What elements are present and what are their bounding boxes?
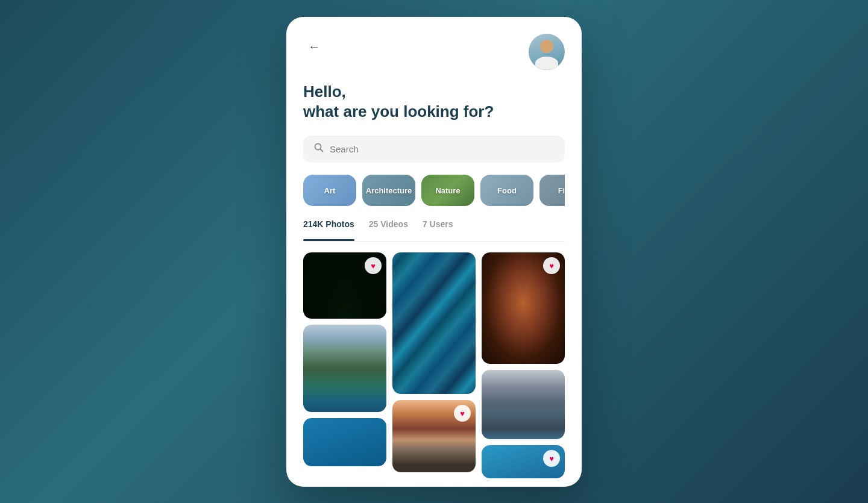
avatar-image	[529, 34, 565, 70]
greeting-section: Hello, what are you looking for?	[303, 82, 565, 123]
search-icon	[314, 143, 324, 155]
heart-button-rocks[interactable]: ♥	[454, 405, 471, 422]
category-chip-architecture[interactable]: Architecture	[362, 175, 415, 206]
photo-col-3: ♥ ♥	[482, 252, 565, 478]
search-input[interactable]	[330, 144, 554, 154]
photo-col-1: ♥	[303, 252, 386, 478]
photo-mushroom[interactable]: ♥	[482, 252, 565, 364]
category-label-nature: Nature	[435, 186, 460, 195]
photo-water-col3[interactable]: ♥	[482, 445, 565, 478]
heart-button-water[interactable]: ♥	[543, 450, 560, 467]
photo-forest[interactable]: ♥	[303, 252, 386, 319]
back-icon: ←	[308, 40, 320, 54]
category-label-art: Art	[324, 186, 336, 195]
tab-users[interactable]: 7 Users	[423, 219, 453, 235]
heart-button-forest[interactable]: ♥	[365, 257, 382, 274]
photo-mountain[interactable]	[303, 325, 386, 412]
tab-photos[interactable]: 214K Photos	[303, 219, 354, 235]
heart-button-mushroom[interactable]: ♥	[543, 257, 560, 274]
photo-ocean[interactable]	[392, 252, 476, 394]
category-label-food: Food	[497, 186, 517, 195]
photo-col-2: ♥	[392, 252, 476, 478]
main-card: ← Hello, what are you looking for? Art	[286, 17, 582, 487]
header: ←	[303, 34, 565, 70]
categories-row: Art Architecture Nature Food Film	[303, 175, 565, 206]
photo-water-col1[interactable]	[303, 418, 386, 466]
category-label-film: Film	[558, 186, 565, 195]
category-chip-food[interactable]: Food	[480, 175, 533, 206]
avatar[interactable]	[529, 34, 565, 70]
photo-rocks[interactable]: ♥	[392, 400, 476, 472]
category-label-architecture: Architecture	[366, 186, 412, 195]
back-button[interactable]: ←	[303, 36, 325, 58]
category-chip-nature[interactable]: Nature	[421, 175, 474, 206]
photo-grid: ♥ ♥ ♥ ♥	[303, 252, 565, 478]
tabs-row: 214K Photos 25 Videos 7 Users	[303, 219, 565, 242]
svg-line-1	[321, 149, 323, 152]
photo-mountain-lake[interactable]	[482, 370, 565, 439]
search-bar[interactable]	[303, 136, 565, 163]
category-chip-film[interactable]: Film	[539, 175, 565, 206]
category-chip-art[interactable]: Art	[303, 175, 356, 206]
greeting-text: Hello, what are you looking for?	[303, 82, 565, 123]
tab-videos[interactable]: 25 Videos	[369, 219, 408, 235]
